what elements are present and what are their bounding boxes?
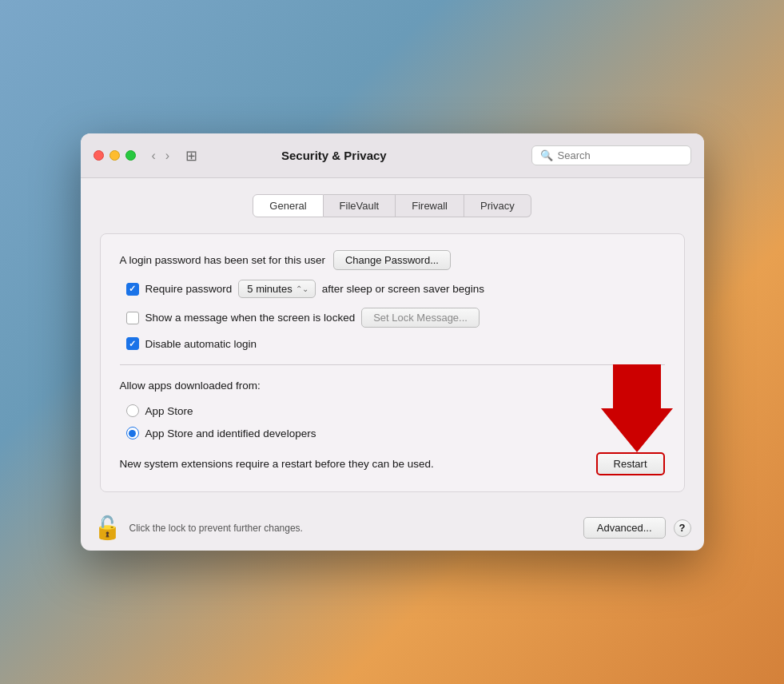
change-password-button[interactable]: Change Password...	[333, 250, 451, 270]
show-message-label: Show a message when the screen is locked	[145, 312, 356, 324]
extensions-row: New system extensions require a restart …	[120, 452, 665, 475]
login-password-row: A login password has been set for this u…	[120, 250, 665, 270]
disable-autologin-checkbox[interactable]	[126, 337, 139, 350]
login-password-text: A login password has been set for this u…	[120, 254, 325, 266]
bottom-bar: 🔓 Click the lock to prevent further chan…	[81, 505, 704, 551]
require-password-row: Require password 5 minutes ⌃⌄ after slee…	[120, 280, 665, 298]
tab-bar: General FileVault Firewall Privacy	[100, 194, 685, 217]
disable-autologin-label: Disable automatic login	[145, 338, 257, 350]
general-panel: A login password has been set for this u…	[100, 233, 685, 492]
tab-filevault[interactable]: FileVault	[324, 194, 396, 217]
app-store-label: App Store	[145, 405, 193, 417]
password-timeout-dropdown[interactable]: 5 minutes ⌃⌄	[238, 280, 315, 298]
app-store-radio[interactable]	[126, 404, 139, 417]
close-button[interactable]	[94, 150, 104, 161]
tab-privacy[interactable]: Privacy	[464, 194, 531, 217]
app-store-identified-radio-row: App Store and identified developers	[120, 427, 665, 439]
settings-window: ‹ › ⊞ Security & Privacy 🔍 General FileV…	[81, 133, 704, 551]
extensions-text: New system extensions require a restart …	[120, 458, 434, 470]
search-icon: 🔍	[540, 149, 553, 161]
content-area: General FileVault Firewall Privacy A log…	[81, 178, 704, 505]
disable-autologin-row: Disable automatic login	[120, 337, 665, 350]
red-arrow-icon	[601, 364, 673, 452]
divider	[120, 364, 665, 365]
show-message-row: Show a message when the screen is locked…	[120, 308, 665, 328]
lock-icon[interactable]: 🔓	[94, 515, 121, 541]
require-password-label: Require password	[145, 283, 233, 295]
app-store-identified-label: App Store and identified developers	[145, 428, 316, 439]
svg-marker-0	[601, 364, 673, 452]
title-bar: ‹ › ⊞ Security & Privacy 🔍	[81, 133, 704, 178]
advanced-button[interactable]: Advanced...	[583, 517, 666, 539]
restart-button[interactable]: Restart	[596, 452, 665, 475]
restart-container: Restart	[596, 452, 665, 475]
require-password-checkbox[interactable]	[126, 283, 139, 296]
password-timeout-value: 5 minutes	[247, 283, 292, 295]
app-store-identified-radio[interactable]	[126, 427, 139, 439]
dropdown-arrow-icon: ⌃⌄	[296, 284, 308, 293]
help-button[interactable]: ?	[674, 519, 691, 537]
set-lock-message-button[interactable]: Set Lock Message...	[361, 308, 480, 328]
window-title: Security & Privacy	[146, 149, 521, 162]
traffic-lights	[94, 150, 136, 161]
require-password-suffix: after sleep or screen saver begins	[322, 283, 484, 295]
search-bar[interactable]: 🔍	[531, 145, 691, 165]
app-store-radio-row: App Store	[120, 404, 665, 417]
search-input[interactable]	[558, 149, 683, 161]
tab-firewall[interactable]: Firewall	[396, 194, 464, 217]
red-arrow-annotation	[601, 364, 673, 452]
lock-text: Click the lock to prevent further change…	[129, 523, 575, 534]
allow-apps-label: Allow apps downloaded from:	[120, 380, 665, 392]
minimize-button[interactable]	[109, 150, 120, 161]
tab-general[interactable]: General	[253, 194, 323, 217]
maximize-button[interactable]	[125, 150, 136, 161]
show-message-checkbox[interactable]	[126, 312, 139, 324]
